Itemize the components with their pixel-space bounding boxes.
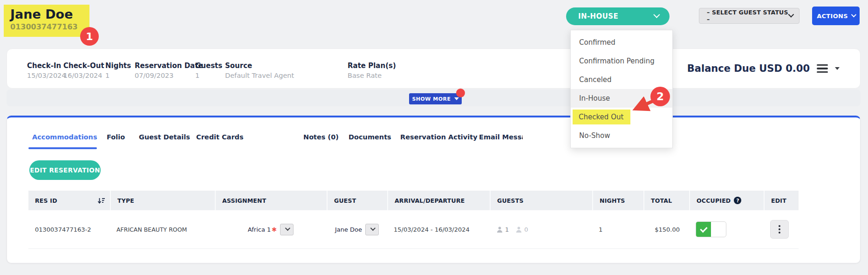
edit-reservation-button[interactable]: EDIT RESERVATION — [29, 160, 101, 180]
guest-value: Jane Doe — [335, 226, 362, 233]
cell-nights: 1 — [592, 210, 643, 248]
cell-assignment: Africa 1 ✱ — [215, 210, 327, 248]
field-value: Default Travel Agent — [225, 72, 294, 79]
show-more-button[interactable]: SHOW MORE — [409, 93, 462, 104]
header-occupied: OCCUPIED ? — [689, 191, 764, 210]
chevron-down-icon — [370, 226, 375, 231]
hamburger-menu-icon[interactable] — [817, 64, 828, 73]
header-guests: GUESTS — [490, 191, 592, 210]
summary-field-reservation-date: Reservation Date 07/09/2023 — [135, 62, 203, 79]
actions-button[interactable]: ACTIONS — [812, 7, 860, 25]
reservation-detail-card: Accommodations Folio Guest Details Credi… — [7, 116, 861, 263]
chevron-down-icon — [851, 12, 856, 17]
annotation-step-2-badge: 2 — [650, 87, 670, 106]
tab-notes[interactable]: Notes (0) — [303, 133, 339, 141]
header-label: ASSIGNMENT — [222, 197, 266, 204]
tab-accommodations[interactable]: Accommodations — [32, 133, 97, 141]
guest-status-select-value: – SELECT GUEST STATUS – — [707, 9, 788, 23]
tab-email-messages[interactable]: Email Messages — [479, 133, 523, 141]
header-nights: NIGHTS — [592, 191, 643, 210]
accommodations-table: RES ID TYPE ASSIGNMENT GUEST ARRIVAL/DEP… — [28, 191, 799, 249]
menu-item-canceled[interactable]: Canceled — [571, 70, 672, 89]
child-person-icon — [515, 226, 522, 233]
menu-item-confirmed[interactable]: Confirmed — [571, 33, 672, 52]
adults-count: 1 — [505, 226, 509, 233]
required-asterisk-icon: ✱ — [272, 226, 277, 233]
header-label: TYPE — [117, 197, 134, 204]
summary-field-check-in: Check-In 15/03/2024 — [27, 62, 66, 79]
field-value: 1 — [195, 72, 222, 79]
cell-arrival-departure: 15/03/2024 - 16/03/2024 — [387, 210, 490, 248]
balance-due-group: Balance Due USD 0.00 — [687, 49, 840, 88]
header-edit: EDIT — [764, 191, 799, 210]
summary-field-rate-plans: Rate Plan(s) Base Rate — [348, 62, 396, 79]
tab-guest-details[interactable]: Guest Details — [139, 133, 190, 141]
header-assignment: ASSIGNMENT — [215, 191, 327, 210]
occupied-toggle[interactable] — [696, 221, 726, 237]
summary-field-nights: Nights 1 — [105, 62, 131, 79]
summary-field-source: Source Default Travel Agent — [225, 62, 294, 79]
field-label: Reservation Date — [135, 62, 203, 70]
tab-folio[interactable]: Folio — [107, 133, 125, 141]
chevron-down-icon — [285, 226, 290, 231]
tab-reservation-activity[interactable]: Reservation Activity — [400, 133, 478, 141]
chevron-down-icon — [653, 12, 660, 18]
header-label: GUEST — [334, 197, 356, 204]
children-count: 0 — [524, 226, 528, 233]
toggle-on-half — [696, 222, 711, 237]
cell-edit — [764, 210, 799, 248]
field-value: 1 — [105, 72, 131, 79]
cell-res-id: 0130037477163-2 — [28, 210, 110, 248]
header-label: RES ID — [35, 197, 57, 204]
summary-field-check-out: Check-Out 16/03/2024 — [63, 62, 104, 79]
header-label: TOTAL — [651, 197, 672, 204]
table-header-row: RES ID TYPE ASSIGNMENT GUEST ARRIVAL/DEP… — [28, 191, 799, 210]
header-type: TYPE — [110, 191, 215, 210]
summary-field-guests: Guests 1 — [195, 62, 222, 79]
assignment-select[interactable] — [280, 224, 294, 235]
menu-item-no-show[interactable]: No-Show — [571, 126, 672, 145]
cell-total: $150.00 — [643, 210, 689, 248]
sort-icon[interactable] — [97, 197, 105, 205]
adult-person-icon — [496, 226, 503, 233]
field-value: Base Rate — [348, 72, 396, 79]
checked-out-highlight: Checked Out — [573, 110, 630, 124]
field-value: 15/03/2024 — [27, 72, 66, 79]
field-label: Nights — [105, 62, 131, 70]
triangle-down-icon — [454, 97, 459, 100]
annotation-step-1-badge: 1 — [80, 27, 99, 46]
cell-type: AFRICAN BEAUTY ROOM — [110, 210, 215, 248]
chevron-down-icon — [788, 12, 794, 17]
tab-credit-cards[interactable]: Credit Cards — [196, 133, 244, 141]
header-label: OCCUPIED — [697, 197, 731, 204]
cell-guests: 1 0 — [490, 210, 592, 248]
guest-name: Jane Doe — [10, 7, 89, 22]
reservation-status-button[interactable]: IN-HOUSE — [566, 7, 670, 25]
active-tab-underline — [28, 147, 97, 149]
field-value: 07/09/2023 — [135, 72, 203, 79]
menu-item-confirmation-pending[interactable]: Confirmation Pending — [571, 52, 672, 70]
tab-documents[interactable]: Documents — [349, 133, 391, 141]
reservation-status-label: IN-HOUSE — [578, 12, 618, 21]
notification-dot — [456, 89, 465, 97]
field-label: Guests — [195, 62, 222, 70]
header-total: TOTAL — [643, 191, 689, 210]
guest-select[interactable] — [365, 224, 379, 235]
header-arrival-departure: ARRIVAL/DEPARTURE — [387, 191, 490, 210]
field-label: Check-Out — [63, 62, 104, 70]
guest-status-select[interactable]: – SELECT GUEST STATUS – — [699, 8, 800, 24]
caret-down-icon[interactable] — [835, 67, 840, 70]
show-more-label: SHOW MORE — [412, 96, 451, 102]
guest-reservation-number: 0130037477163 — [10, 22, 89, 31]
field-label: Check-In — [27, 62, 66, 70]
header-label: EDIT — [771, 197, 786, 204]
actions-button-label: ACTIONS — [817, 13, 848, 20]
help-icon[interactable]: ? — [734, 197, 741, 204]
header-label: NIGHTS — [600, 197, 625, 204]
header-label: ARRIVAL/DEPARTURE — [395, 197, 465, 204]
header-res-id: RES ID — [28, 191, 110, 210]
assignment-value: Africa 1 — [248, 226, 271, 233]
table-row: 0130037477163-2 AFRICAN BEAUTY ROOM Afri… — [28, 210, 799, 249]
balance-due-text: Balance Due USD 0.00 — [687, 63, 810, 74]
row-kebab-menu-button[interactable] — [770, 220, 789, 239]
